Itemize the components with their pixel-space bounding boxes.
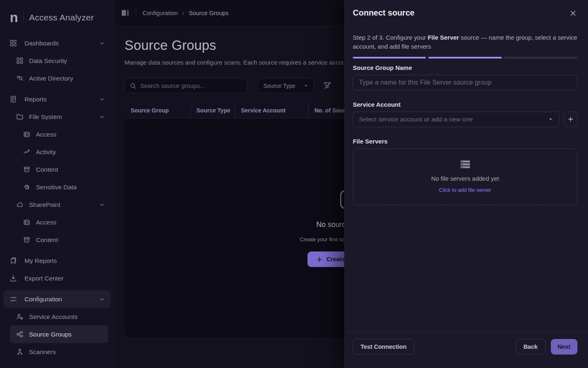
cloud-icon — [16, 201, 23, 208]
sidebar-item-dashboards[interactable]: Dashboards — [0, 34, 114, 52]
sitemap-icon — [16, 331, 23, 338]
bookmark-icon — [10, 257, 17, 264]
fingerprint-icon — [23, 184, 30, 191]
search-input[interactable] — [140, 82, 242, 89]
sidebar-item-label: Content — [36, 166, 58, 173]
app-logo: n Access Analyzer — [0, 0, 114, 32]
sidebar-item-label: Reports — [24, 96, 47, 103]
file-servers-empty-title: No file servers added yet — [431, 175, 499, 182]
source-group-name-input[interactable] — [353, 75, 577, 90]
clear-filters-button[interactable] — [323, 81, 332, 90]
sidebar-item-fs-content[interactable]: Content — [0, 161, 114, 178]
breadcrumb-separator: › — [182, 9, 184, 16]
sidebar-item-source-groups[interactable]: Source Groups — [10, 325, 108, 343]
chevron-down-icon — [99, 296, 105, 302]
chevron-down-icon — [99, 96, 105, 102]
archive-icon — [23, 166, 30, 173]
logo-mark-icon: n — [10, 12, 18, 23]
sidebar-item-sharepoint[interactable]: SharePoint — [0, 196, 114, 213]
sidebar-item-data-security[interactable]: Data Security — [0, 52, 114, 70]
breadcrumb: Configuration › Source Groups — [143, 9, 229, 16]
sidebar-item-fs-access[interactable]: Access — [0, 126, 114, 143]
grid-icon — [10, 40, 17, 47]
source-group-name-label: Source Group Name — [353, 64, 577, 71]
network-icon — [16, 348, 23, 355]
chevron-down-icon — [99, 202, 105, 208]
sidebar-item-export-center[interactable]: Export Center — [0, 269, 114, 287]
document-icon — [10, 96, 17, 103]
chevron-down-icon — [99, 40, 105, 46]
table-column-header: Service Account — [235, 102, 308, 118]
data-security-icon — [16, 57, 23, 64]
sidebar-item-reports[interactable]: Reports — [0, 90, 114, 108]
archive-icon — [23, 236, 30, 243]
id-badge-icon — [23, 219, 30, 226]
breadcrumb-configuration[interactable]: Configuration — [143, 10, 178, 16]
plus-icon — [316, 256, 323, 263]
add-service-account-button[interactable] — [564, 112, 577, 127]
topbar-divider — [136, 9, 136, 18]
step-text-prefix: Step 2 of 3. Configure your — [353, 34, 428, 41]
chevron-down-icon — [303, 83, 308, 88]
close-icon — [570, 10, 577, 17]
source-type-select-label: Source Type — [263, 83, 295, 89]
activity-icon — [23, 148, 30, 155]
table-column-header: Source Group — [131, 102, 190, 118]
sidebar-item-label: Source Groups — [29, 331, 71, 338]
drawer-header: Connect source — [344, 0, 588, 18]
plus-icon — [568, 116, 574, 122]
sidebar-item-sp-access[interactable]: Access — [0, 213, 114, 231]
sidebar-item-label: SharePoint — [29, 201, 60, 209]
source-type-select[interactable]: Source Type — [258, 78, 314, 93]
sidebar-item-label: Dashboards — [24, 40, 59, 47]
table-column-header: Source Type — [190, 102, 235, 118]
progress-segment-3 — [504, 57, 577, 58]
sidebar-item-label: Scanners — [29, 348, 56, 356]
panel-toggle-icon — [121, 9, 130, 16]
sidebar-item-my-reports[interactable]: My Reports — [0, 252, 114, 269]
back-button[interactable]: Back — [516, 339, 546, 355]
sidebar-item-label: Sensitive Data — [36, 184, 77, 191]
server-stack-icon — [460, 160, 470, 169]
sidebar-item-configuration[interactable]: Configuration — [3, 290, 111, 308]
next-button[interactable]: Next — [551, 339, 577, 355]
user-gear-icon — [16, 313, 23, 320]
sidebar-item-label: Data Security — [29, 57, 67, 65]
test-connection-button[interactable]: Test Connection — [353, 339, 414, 355]
drawer-body: Step 2 of 3. Configure your File Server … — [344, 18, 588, 332]
folder-icon — [16, 113, 23, 120]
file-servers-label: File Servers — [353, 138, 577, 145]
sidebar-item-scanners[interactable]: Scanners — [0, 343, 114, 361]
sidebar-item-label: File System — [29, 113, 62, 121]
file-servers-dropzone[interactable]: No file servers added yet Click to add f… — [353, 148, 577, 205]
chevron-down-icon — [548, 117, 553, 122]
close-drawer-button[interactable] — [568, 8, 578, 18]
sidebar-item-label: Export Center — [24, 275, 64, 282]
filter-off-icon — [323, 81, 332, 90]
logo-divider — [23, 11, 24, 24]
download-icon — [10, 275, 17, 282]
sidebar-toggle-button[interactable] — [121, 9, 130, 16]
sidebar-item-fs-sensitive-data[interactable]: Sensitive Data — [0, 178, 114, 196]
search-icon — [130, 83, 136, 89]
sidebar-item-label: Configuration — [24, 296, 62, 303]
service-account-label: Service Account — [353, 101, 577, 108]
service-account-select[interactable]: Select service account or add a new one — [353, 112, 559, 127]
sidebar-item-fs-activity[interactable]: Activity — [0, 143, 114, 161]
sidebar-item-label: Activity — [36, 148, 56, 156]
drawer-title: Connect source — [353, 8, 414, 18]
connect-source-drawer: Connect source Step 2 of 3. Configure yo… — [344, 0, 588, 368]
step-progress-bar — [353, 57, 577, 58]
drawer-footer-actions: Back Next — [516, 339, 577, 368]
drawer-footer: Test Connection Back Next — [344, 332, 588, 368]
service-account-select-placeholder: Select service account or add a new one — [359, 116, 473, 123]
sidebar-item-file-system[interactable]: File System — [0, 108, 114, 126]
app-name: Access Analyzer — [29, 13, 94, 22]
sidebar-item-label: Service Accounts — [29, 313, 78, 321]
id-badge-icon — [23, 131, 30, 138]
add-file-server-link[interactable]: Click to add file server — [439, 187, 491, 193]
sidebar-item-service-accounts[interactable]: Service Accounts — [0, 308, 114, 325]
sidebar-item-active-directory[interactable]: Active Directory — [0, 70, 114, 87]
sidebar-item-sp-content[interactable]: Content — [0, 231, 114, 249]
step-text-bold: File Server — [428, 34, 459, 41]
